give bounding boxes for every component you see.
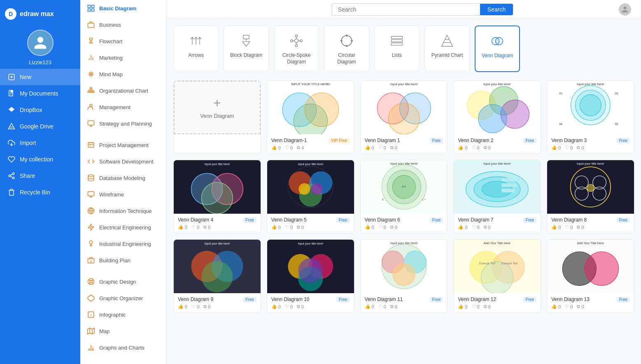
svg-rect-4	[11, 91, 13, 92]
mid-business[interactable]: Business	[80, 16, 166, 33]
template-vd5[interactable]: Input your title here! Venn Diagram 4 Fr…	[173, 160, 261, 233]
nav-google-drive[interactable]: Google Drive	[0, 118, 80, 135]
svg-point-127	[580, 95, 601, 116]
mid-org-chart[interactable]: Organizational Chart	[80, 82, 166, 99]
mid-building[interactable]: Building Plan	[80, 252, 166, 268]
mid-info-tech[interactable]: Information Technique	[80, 203, 166, 219]
mid-pm-label: Project Management	[99, 142, 149, 148]
template-vd8[interactable]: Input your title here! Venn Diagram 7 Fr…	[453, 160, 541, 233]
svg-rect-105	[392, 43, 403, 45]
mid-graphic-design[interactable]: Graphic Design	[80, 273, 166, 290]
map-icon	[87, 327, 95, 335]
mid-marketing[interactable]: Marketing	[80, 49, 166, 66]
template-vd1[interactable]: INPUT YOUR TITLE HERE! Venn Diagram-1 VI…	[267, 80, 354, 154]
pyramid-label: Pyramid Chart	[431, 52, 463, 59]
svg-rect-44	[88, 121, 94, 125]
pm-icon	[87, 141, 95, 149]
vd5-preview: Input your title here!	[174, 160, 261, 214]
svg-text:01: 01	[559, 92, 563, 95]
mid-infographic[interactable]: Infographic	[80, 306, 166, 323]
mid-software-dev[interactable]: Software Development	[80, 153, 166, 170]
templates-grid: + Venn Diagram INPUT YOUR TITLE HERE!	[173, 80, 634, 313]
svg-text:A+: A+	[402, 184, 406, 189]
vd6-info: Venn Diagram 5 Free 👍0 ♡0 ⧉0	[267, 214, 354, 233]
template-vd14[interactable]: Add Your Title Here Venn Diagram 13 Free…	[547, 239, 634, 313]
app-name: edraw max	[20, 10, 54, 18]
vd2-info: Venn Diagram 1 Free 👍0 ♡0 ⧉0	[361, 134, 448, 154]
search-input[interactable]	[332, 3, 480, 16]
vd2-preview: Input your title here!	[361, 81, 448, 134]
svg-text:INPUT YOUR TITLE HERE!: INPUT YOUR TITLE HERE!	[291, 82, 330, 86]
template-vd9[interactable]: Input your title here! Venn Diagram 8 Fr…	[547, 160, 634, 233]
vd1-info: Venn Diagram-1 VIP Free 👍0 ♡0 ⧉4	[267, 134, 354, 154]
mid-database[interactable]: Database Modeling	[80, 170, 166, 186]
vd1-name: Venn Diagram-1	[271, 138, 307, 143]
app-logo-icon: D	[5, 8, 16, 20]
nav-my-documents[interactable]: My Documents	[0, 85, 80, 102]
mid-wireframe-label: Wireframe	[99, 191, 124, 198]
logo-area: D edraw max	[0, 5, 80, 23]
nav-my-collection[interactable]: My collection	[0, 151, 80, 168]
mid-industrial[interactable]: Industrial Engineering	[80, 236, 166, 252]
nav-dropbox[interactable]: DropBox	[0, 102, 80, 118]
sw-icon	[87, 157, 95, 166]
template-vd12[interactable]: Input your title here! Venn Diagram 11 F…	[360, 239, 448, 313]
nav-import[interactable]: Import	[0, 135, 80, 151]
mid-management[interactable]: Management	[80, 99, 166, 115]
mid-mindmap[interactable]: Mind Map	[80, 66, 166, 82]
template-vd6[interactable]: Input your title here! Venn Diagram 5 Fr…	[267, 160, 354, 233]
category-circle-spoke[interactable]: Circle-Spoke Diagram	[274, 26, 319, 72]
marketing-icon	[87, 54, 95, 62]
mid-electrical[interactable]: Electrical Engineering	[80, 219, 166, 236]
mid-project-mgmt[interactable]: Project Management	[80, 137, 166, 153]
vd9-name: Venn Diagram 8	[551, 217, 587, 223]
nav-recycle[interactable]: Recycle Bin	[0, 184, 80, 201]
category-block-diagram[interactable]: Block Diagram	[224, 26, 269, 72]
db-icon	[87, 174, 95, 182]
svg-point-123	[478, 105, 507, 133]
vd8-badge: Free	[523, 217, 537, 223]
mid-graphs-charts[interactable]: Graphs and Charts	[80, 339, 166, 356]
mid-basic-diagram[interactable]: Basic Diagram	[80, 0, 166, 16]
it-icon	[87, 207, 95, 215]
svg-point-144	[311, 183, 322, 195]
category-arrows[interactable]: Arrows	[173, 26, 219, 72]
middle-sidebar: Basic Diagram Business Flowchart Marketi…	[80, 0, 167, 364]
content-area: Arrows Block Diagram	[167, 19, 641, 364]
template-vd7[interactable]: Input your title here! A+ B C+ Venn Diag…	[360, 160, 448, 233]
search-button[interactable]: Search	[480, 4, 513, 15]
template-vd2[interactable]: Input your title here! Venn Diagram 1 Fr…	[360, 80, 448, 154]
avatar-icon	[33, 35, 48, 50]
go-icon	[87, 294, 95, 302]
svg-text:Example Text: Example Text	[479, 262, 495, 265]
category-circular[interactable]: Circular Diagram	[324, 26, 369, 72]
vd13-badge: Free	[523, 297, 537, 302]
template-vd13[interactable]: Add Your Title Here Example Text Example…	[453, 239, 541, 313]
mid-mgmt-label: Management	[99, 104, 131, 110]
mid-map[interactable]: Map	[80, 323, 166, 339]
template-vd11[interactable]: Input your title here! Venn Diagram 10 F…	[267, 239, 354, 313]
template-vd10[interactable]: Input your title here! Venn Diagram 9 Fr…	[173, 239, 261, 313]
template-vd3[interactable]: Input your title here! Venn Diagram 2 Fr…	[453, 80, 541, 154]
nav-new[interactable]: New	[0, 69, 80, 85]
nav-share[interactable]: Share	[0, 168, 80, 184]
svg-line-63	[92, 282, 93, 284]
template-new[interactable]: + Venn Diagram	[173, 80, 261, 154]
basic-diagram-icon	[87, 4, 95, 12]
vd6-preview: Input your title here!	[267, 160, 354, 214]
category-venn[interactable]: Venn Diagram	[475, 26, 520, 72]
arrows-label: Arrows	[188, 52, 203, 59]
mid-wireframe[interactable]: Wireframe	[80, 186, 166, 203]
svg-line-31	[92, 72, 93, 73]
nav-recycle-label: Recycle Bin	[20, 189, 50, 196]
gc-icon	[87, 343, 95, 352]
mid-flowchart[interactable]: Flowchart	[80, 33, 166, 49]
template-vd4[interactable]: Input your title here! 01 02 04 05 Venn …	[547, 80, 634, 154]
category-lists[interactable]: Lists	[374, 26, 420, 72]
mid-graphic-org[interactable]: Graphic Organizer	[80, 290, 166, 306]
avatar-area: Lizzie123	[27, 23, 54, 69]
svg-rect-14	[92, 5, 94, 8]
mid-strategy[interactable]: Strategy and Planning	[80, 115, 166, 132]
category-pyramid[interactable]: Pyramid Chart	[424, 26, 470, 72]
svg-point-9	[9, 175, 11, 177]
